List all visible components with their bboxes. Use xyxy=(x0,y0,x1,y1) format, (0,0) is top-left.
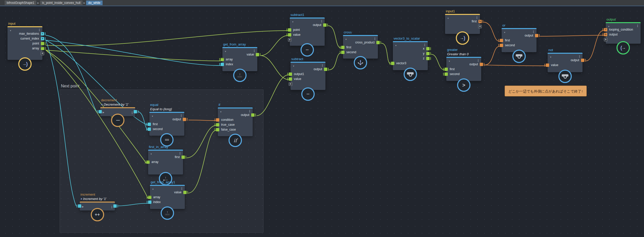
port-vector3[interactable] xyxy=(391,62,394,65)
port-first[interactable] xyxy=(182,156,185,159)
port-array[interactable] xyxy=(41,47,44,50)
port-output[interactable] xyxy=(581,59,584,62)
expand-arrow-icon[interactable] xyxy=(82,204,84,208)
port-second[interactable] xyxy=(500,44,503,47)
port-index[interactable] xyxy=(221,63,224,66)
node-subtract[interactable]: subtract output output1 value xyxy=(291,62,325,90)
port-output[interactable] xyxy=(113,204,117,208)
port-index[interactable] xyxy=(148,200,151,204)
node-input1[interactable]: input1 first↻ xyxy=(445,14,480,34)
port-false_case[interactable] xyxy=(216,128,219,131)
port-looping_condition[interactable]: ? xyxy=(604,28,607,31)
wire-subtract1-output-to-cross-first[interactable] xyxy=(328,26,341,48)
breadcrumb-item-compound[interactable]: is_point_inside_convex_hull xyxy=(40,1,83,5)
wire-cross-to-vector3_to_scalar[interactable] xyxy=(381,43,391,64)
breadcrumb-item-root[interactable]: bifrostGraphShape1 xyxy=(5,1,36,5)
port-output1[interactable] xyxy=(289,72,292,76)
port-point[interactable] xyxy=(41,42,44,45)
port-output[interactable] xyxy=(480,63,483,66)
node-vector3_to_scalar[interactable]: vector3_to_scalar x y z vector3 xyxy=(393,41,428,70)
port-first[interactable] xyxy=(445,68,448,71)
node-greater[interactable]: greater Greater than 0 output first seco… xyxy=(446,57,481,81)
port-current_index[interactable]: # xyxy=(41,37,44,40)
wire-get_from_array1-value-to-if-false_case[interactable] xyxy=(188,130,216,193)
port-value[interactable] xyxy=(546,63,549,67)
wire-input-array-to-get_from_array-array[interactable] xyxy=(46,50,221,61)
port-value[interactable] xyxy=(183,191,187,194)
port-value[interactable] xyxy=(289,77,292,81)
port-input[interactable] xyxy=(98,110,102,113)
port-array[interactable] xyxy=(146,160,150,164)
breadcrumb-item-current[interactable]: do_while xyxy=(86,1,102,5)
port-first[interactable] xyxy=(341,46,344,49)
wire-current_index-to-get_from_array-index[interactable] xyxy=(46,40,221,66)
port-output[interactable] xyxy=(323,23,326,27)
wire-not-output-to-looping_condition[interactable] xyxy=(586,30,604,61)
port-point[interactable] xyxy=(288,28,291,32)
wire-or-output-to-output-output[interactable] xyxy=(540,35,604,36)
port-y[interactable] xyxy=(426,52,430,55)
port-second[interactable] xyxy=(148,127,151,131)
node-not[interactable]: not output value xyxy=(548,53,583,72)
port-value[interactable] xyxy=(288,33,291,37)
node-increment[interactable]: increment Increment by '1' xyxy=(80,202,115,211)
node-first_in_array[interactable]: first_in_array first array xyxy=(148,150,183,175)
add-port-icon[interactable] xyxy=(288,38,292,42)
port-x[interactable] xyxy=(426,47,430,50)
wire-greater-output-to-not-value[interactable] xyxy=(484,65,546,66)
wire-first_in_array-first-to-if-true_case[interactable] xyxy=(187,125,216,158)
wire-input-array-to-first_in_array-array[interactable] xyxy=(46,50,146,163)
node-decrement[interactable]: decrement Decrement by '1' xyxy=(100,107,135,116)
wire-input1-first-to-or-first[interactable] xyxy=(483,22,500,41)
wire-input-point-to-subtract1-point[interactable] xyxy=(46,31,288,46)
port-condition[interactable] xyxy=(216,118,219,122)
wire-vector3-y-to-greater-first[interactable] xyxy=(431,54,445,70)
port-first[interactable]: ↻ xyxy=(478,20,482,23)
node-if[interactable]: if output condition true_case false_case xyxy=(218,107,253,136)
port-second[interactable] xyxy=(341,51,344,54)
expand-arrow-icon[interactable] xyxy=(103,110,104,114)
wire-get_from_array-value-to-subtract1-value[interactable] xyxy=(261,35,288,56)
add-port-icon[interactable] xyxy=(604,38,607,41)
port-output[interactable] xyxy=(183,118,186,121)
wire-max_iterations-to-decrement[interactable] xyxy=(46,35,97,112)
annotation-note[interactable]: どこか一辺でも外側に点があればそこで終了↑ xyxy=(505,86,587,96)
graph-canvas[interactable]: bifrostGraphShape1 ▶ is_point_inside_con… xyxy=(0,0,644,237)
port-array[interactable] xyxy=(148,196,151,199)
port-second[interactable] xyxy=(445,72,448,76)
add-port-icon[interactable] xyxy=(41,52,44,55)
port-output[interactable] xyxy=(251,113,255,117)
port-input[interactable] xyxy=(78,204,81,208)
node-input[interactable]: input max_iterations< current_index# poi… xyxy=(7,26,42,60)
wire-subtract-output-to-cross-second[interactable] xyxy=(329,53,341,70)
port-first[interactable] xyxy=(148,123,151,126)
wire-equal-output-to-if-condition[interactable] xyxy=(188,120,216,121)
wire-input-array-to-get_from_array1-array[interactable] xyxy=(46,50,148,198)
wire-increment-to-get_from_array1-index[interactable] xyxy=(118,203,148,206)
wire-greater-output-to-or-second[interactable] xyxy=(484,46,500,65)
port-output[interactable]: ↻ xyxy=(604,33,607,36)
port-output[interactable] xyxy=(134,110,137,113)
node-subtract1[interactable]: subtract1 output point value xyxy=(290,17,325,46)
port-array[interactable] xyxy=(221,58,224,61)
add-port-icon[interactable] xyxy=(289,82,292,86)
node-menu-icon[interactable] xyxy=(110,205,113,209)
port-first[interactable] xyxy=(500,39,503,42)
node-get_from_array1[interactable]: get_from_array1 value array index xyxy=(150,185,185,209)
port-value[interactable] xyxy=(256,53,259,56)
port-cross_product[interactable] xyxy=(376,41,380,44)
greater-icon xyxy=(457,78,470,92)
node-get_from_array[interactable]: get_from_array value array index xyxy=(222,47,257,71)
port-output[interactable] xyxy=(535,34,538,37)
port-max_iterations[interactable]: < xyxy=(41,32,44,35)
port-true_case[interactable] xyxy=(216,123,219,126)
node-or[interactable]: or output first second xyxy=(502,28,537,52)
node-equal[interactable]: equal Equal to {long} output first secon… xyxy=(149,112,184,136)
add-port-icon[interactable] xyxy=(478,25,482,28)
node-menu-icon[interactable] xyxy=(131,110,134,115)
node-output[interactable]: output looping_condition? output↻ xyxy=(606,22,641,44)
port-output[interactable] xyxy=(324,68,327,71)
node-cross[interactable]: cross cross_product first second xyxy=(343,35,378,59)
port-z[interactable] xyxy=(426,57,430,60)
wire-if-output-to-subtract-output1[interactable] xyxy=(257,75,289,116)
